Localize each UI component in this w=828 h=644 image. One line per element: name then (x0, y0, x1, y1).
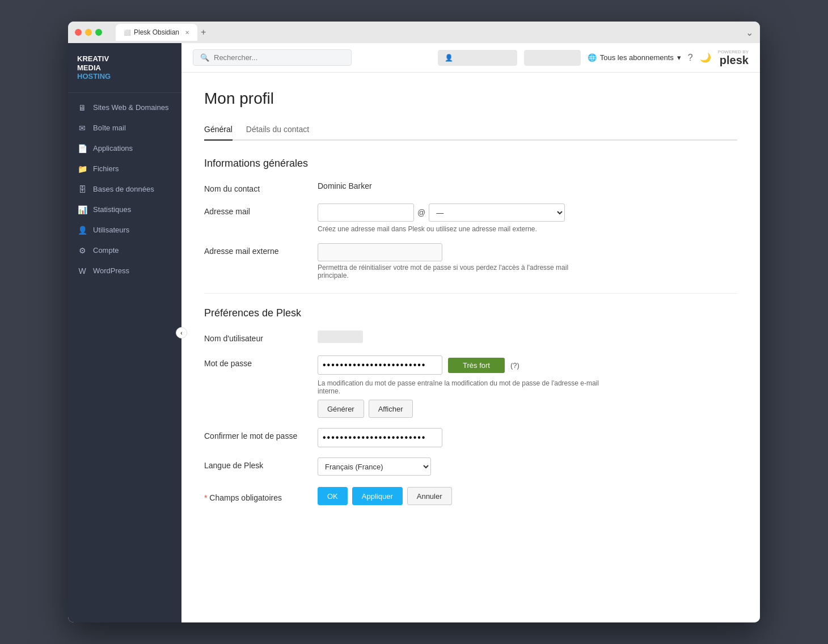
sidebar-item-account[interactable]: ⚙ Compte (68, 240, 181, 261)
email-control: @ — Créez une adresse mail dans Plesk ou… (318, 204, 737, 233)
search-box[interactable]: 🔍 (193, 49, 352, 66)
close-button[interactable] (75, 29, 82, 36)
sidebar-item-databases[interactable]: 🗄 Bases de données (68, 179, 181, 200)
sidebar-item-users[interactable]: 👤 Utilisateurs (68, 220, 181, 240)
password-control: Très fort (?) La modification du mot de … (318, 355, 737, 418)
tab-title: Plesk Obsidian (134, 28, 179, 36)
logo-line2: MEDIA (77, 63, 101, 72)
chevron-down-icon: ▾ (677, 53, 681, 62)
language-select[interactable]: Français (France) English Deutsch Españo… (318, 457, 431, 476)
tab-contact[interactable]: Détails du contact (246, 119, 309, 141)
main-content: 🔍 👤 🌐 Tous les abonnements ▾ ? 🌙 POWERED… (181, 43, 760, 622)
password-row: Mot de passe Très fort (?) La modificati… (204, 355, 737, 418)
monitor-icon: 🖥 (77, 103, 87, 112)
section-divider (204, 293, 737, 294)
plesk-logo: POWERED BY plesk (718, 49, 749, 66)
confirm-password-label: Confirmer le mot de passe (204, 428, 318, 440)
sidebar-item-apps[interactable]: 📄 Applications (68, 138, 181, 159)
help-button[interactable]: ? (688, 53, 693, 63)
sidebar-item-users-label: Utilisateurs (93, 226, 129, 234)
titlebar: ⬜ Plesk Obsidian ✕ + ⌄ (68, 22, 760, 43)
password-input-row: Très fort (?) (318, 355, 737, 375)
required-fields-label: * Champs obligatoires (204, 490, 318, 502)
logo-line3: HOSTING (77, 72, 111, 80)
show-password-button[interactable]: Afficher (369, 400, 413, 418)
sidebar-item-wordpress[interactable]: W WordPress (68, 261, 181, 281)
page-content: Mon profil Général Détails du contact In… (181, 73, 760, 622)
sidebar: KREATIV MEDIA HOSTING 🖥 Sites Web & Doma… (68, 43, 181, 622)
language-row: Langue de Plesk Français (France) Englis… (204, 457, 737, 476)
search-input[interactable] (214, 53, 344, 62)
wordpress-icon: W (77, 266, 87, 276)
sidebar-item-apps-label: Applications (93, 144, 133, 152)
external-email-control: Permettra de réinitialiser votre mot de … (318, 243, 737, 279)
external-email-input[interactable] (318, 243, 442, 261)
contact-name-label: Nom du contact (204, 181, 318, 193)
topbar-subscription[interactable]: 🌐 Tous les abonnements ▾ (588, 53, 681, 62)
new-tab-button[interactable]: + (201, 27, 206, 37)
email-username-input[interactable] (318, 204, 414, 222)
required-note-text: Champs obligatoires (209, 493, 282, 502)
user-icon: 👤 (445, 54, 453, 62)
apps-icon: 📄 (77, 144, 87, 153)
sidebar-item-sites[interactable]: 🖥 Sites Web & Domaines (68, 98, 181, 118)
apply-button[interactable]: Appliquer (352, 487, 403, 505)
sidebar-item-wordpress-label: WordPress (93, 266, 129, 275)
minimize-button[interactable] (85, 29, 92, 36)
external-email-hint: Permettra de réinitialiser votre mot de … (318, 264, 601, 279)
sidebar-item-databases-label: Bases de données (93, 185, 154, 193)
topbar-user-info: 👤 (438, 50, 517, 66)
sidebar-item-stats-label: Statistiques (93, 205, 131, 214)
cancel-button[interactable]: Annuler (407, 487, 452, 505)
sidebar-item-stats[interactable]: 📊 Statistiques (68, 200, 181, 220)
confirm-password-input[interactable] (318, 428, 442, 447)
confirm-password-control (318, 428, 737, 447)
maximize-button[interactable] (95, 29, 102, 36)
mail-icon: ✉ (77, 124, 87, 133)
email-domain-select[interactable]: — (429, 204, 565, 222)
generate-password-button[interactable]: Générer (318, 400, 364, 418)
browser-tab[interactable]: ⬜ Plesk Obsidian ✕ (116, 24, 197, 41)
contact-name-control: Dominic Barker (318, 181, 737, 191)
language-control: Français (France) English Deutsch Españo… (318, 457, 737, 476)
at-sign: @ (417, 208, 425, 217)
email-hint: Créez une adresse mail dans Plesk ou uti… (318, 225, 737, 233)
traffic-lights (75, 29, 102, 36)
action-buttons-control: OK Appliquer Annuler (318, 487, 737, 505)
sidebar-item-sites-label: Sites Web & Domaines (93, 103, 168, 112)
plesk-prefs-title: Préférences de Plesk (204, 307, 737, 319)
password-action-buttons: Générer Afficher (318, 400, 737, 418)
stats-icon: 📊 (77, 205, 87, 214)
topbar-username (524, 50, 581, 66)
required-asterisk: * (204, 493, 209, 502)
contact-name-row: Nom du contact Dominic Barker (204, 181, 737, 193)
users-icon: 👤 (77, 226, 87, 235)
password-help-link[interactable]: (?) (510, 361, 519, 370)
tab-bar: ⬜ Plesk Obsidian ✕ + (107, 24, 741, 41)
tab-close-icon[interactable]: ✕ (185, 29, 189, 36)
confirm-password-row: Confirmer le mot de passe (204, 428, 737, 447)
tab-general[interactable]: Général (204, 119, 233, 141)
logo-line1: KREATIV (77, 54, 109, 63)
general-info-title: Informations générales (204, 158, 737, 170)
password-note: La modification du mot de passe entraîne… (318, 379, 601, 395)
ok-button[interactable]: OK (318, 487, 348, 505)
account-icon: ⚙ (77, 246, 87, 255)
contact-name-value: Dominic Barker (318, 178, 372, 190)
external-email-row: Adresse mail externe Permettra de réinit… (204, 243, 737, 279)
page-title: Mon profil (204, 90, 737, 108)
sidebar-collapse-button[interactable]: ‹ (176, 327, 187, 338)
search-icon: 🔍 (200, 53, 209, 62)
email-row: Adresse mail @ — Créez une adresse mail … (204, 204, 737, 233)
theme-toggle-button[interactable]: 🌙 (700, 52, 711, 63)
external-email-label: Adresse mail externe (204, 243, 318, 256)
sidebar-item-files[interactable]: 📁 Fichiers (68, 159, 181, 179)
email-label: Adresse mail (204, 204, 318, 216)
email-input-row: @ — (318, 204, 737, 222)
sidebar-item-mail[interactable]: ✉ Boîte mail (68, 118, 181, 138)
password-input[interactable] (318, 355, 442, 375)
plesk-brand-text: plesk (720, 54, 749, 66)
sidebar-nav: 🖥 Sites Web & Domaines ✉ Boîte mail 📄 Ap… (68, 93, 181, 622)
tab-favicon: ⬜ (124, 29, 130, 36)
actions-row: * Champs obligatoires OK Appliquer Annul… (204, 487, 737, 505)
